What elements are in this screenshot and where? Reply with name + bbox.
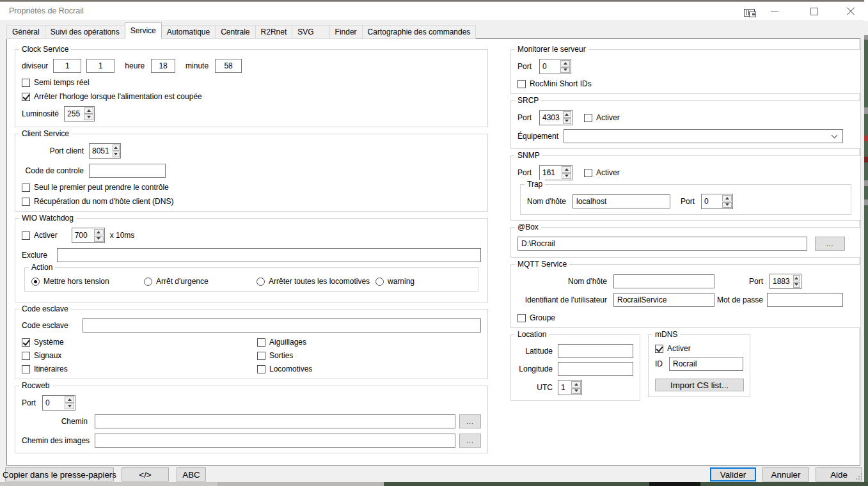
checkbox-box[interactable]: [22, 352, 30, 360]
luminosite-spinner[interactable]: 255: [64, 106, 95, 122]
checkbox-box[interactable]: [22, 338, 30, 347]
spin-up-button[interactable]: [84, 107, 93, 114]
locomotives-checkbox[interactable]: Locomotives: [257, 364, 312, 373]
radio-arreter-locomotives[interactable]: Arrêter toutes les locomotives: [256, 277, 375, 286]
annuler-button[interactable]: Annuler: [762, 467, 809, 482]
spin-down-button[interactable]: [94, 236, 104, 242]
groupe-checkbox[interactable]: Groupe: [517, 313, 854, 322]
valider-button[interactable]: Valider: [710, 467, 756, 482]
mqtt-host-field[interactable]: [613, 274, 714, 288]
snmp-port-spinner[interactable]: 161: [539, 165, 572, 180]
exclure-field[interactable]: [57, 248, 481, 262]
spin-down-button[interactable]: [65, 404, 74, 410]
spin-up-button[interactable]: [65, 396, 74, 403]
rocmini-checkbox[interactable]: RocMini Short IDs: [517, 79, 854, 88]
diviseur-field-2[interactable]: 1: [86, 59, 114, 73]
checkbox-box[interactable]: [22, 79, 30, 87]
srcp-port-spinner[interactable]: 4303: [539, 110, 572, 125]
checkbox-box[interactable]: [22, 198, 30, 206]
close-button[interactable]: [841, 6, 860, 17]
checkbox-box[interactable]: [584, 169, 592, 177]
mqtt-user-field[interactable]: RocrailService: [613, 293, 714, 307]
seul-premier-checkbox[interactable]: Seul le premier peut prendre le contrôle: [22, 183, 481, 192]
spin-up-button[interactable]: [94, 229, 104, 235]
code-controle-field[interactable]: [89, 164, 166, 178]
mqtt-port-spinner[interactable]: 1883: [769, 274, 801, 289]
checkbox-box[interactable]: [257, 365, 265, 373]
trap-port-spinner[interactable]: 0: [701, 194, 733, 209]
spin-up-button[interactable]: [563, 111, 571, 118]
checkbox-box[interactable]: [22, 365, 30, 373]
port-client-spinner[interactable]: 8051: [89, 143, 121, 159]
radio-circle[interactable]: [375, 278, 384, 286]
checkbox-box[interactable]: [22, 231, 30, 240]
tab-suivi-des-operations[interactable]: Suivi des opérations: [45, 25, 125, 39]
tab-svg[interactable]: SVG: [292, 25, 329, 39]
equipement-dropdown[interactable]: [564, 129, 843, 143]
radio-mettre-hors-tension[interactable]: Mettre hors tension: [31, 277, 144, 286]
trap-host-field[interactable]: localhost: [572, 194, 670, 208]
spin-up-button[interactable]: [571, 381, 581, 388]
spin-down-button[interactable]: [571, 388, 581, 395]
spin-up-button[interactable]: [560, 60, 570, 67]
sorties-checkbox[interactable]: Sorties: [257, 351, 293, 360]
atbox-browse-button[interactable]: ...: [815, 237, 845, 251]
checkbox-box[interactable]: [22, 184, 30, 192]
import-cs-list-button[interactable]: Import CS list...: [655, 379, 744, 391]
mqtt-pass-field[interactable]: [767, 293, 843, 307]
diviseur-field-1[interactable]: 1: [53, 59, 81, 73]
code-view-button[interactable]: </>: [122, 467, 169, 482]
tab-finder[interactable]: Finder: [329, 25, 363, 39]
tab-service[interactable]: Service: [125, 22, 162, 39]
dns-checkbox[interactable]: Récupération du nom d'hôte client (DNS): [22, 197, 481, 206]
signaux-checkbox[interactable]: Signaux: [22, 351, 257, 360]
spin-down-button[interactable]: [562, 173, 571, 180]
chemin-images-field[interactable]: [95, 434, 455, 448]
checkbox-box[interactable]: [517, 314, 526, 322]
spin-down-button[interactable]: [793, 282, 800, 288]
systeme-checkbox[interactable]: Système: [22, 338, 257, 347]
chemin-browse-button[interactable]: ...: [459, 414, 481, 428]
radio-warning[interactable]: warning: [375, 277, 414, 286]
radio-circle[interactable]: [144, 278, 152, 286]
aiguillages-checkbox[interactable]: Aiguillages: [257, 338, 306, 347]
checkbox-box[interactable]: [584, 114, 592, 122]
code-esclave-field[interactable]: [83, 318, 481, 333]
copy-clipboard-button[interactable]: Copier dans le presse-papiers: [5, 467, 114, 482]
tab-centrale[interactable]: Centrale: [215, 25, 255, 39]
monitor-port-spinner[interactable]: 0: [539, 59, 571, 74]
checkbox-box[interactable]: [257, 352, 265, 360]
watchdog-spinner[interactable]: 700: [72, 228, 105, 243]
rocweb-port-spinner[interactable]: 0: [42, 395, 75, 411]
tab-r2rnet[interactable]: R2Rnet: [255, 25, 293, 39]
checkbox-box[interactable]: [22, 93, 30, 101]
radio-arret-urgence[interactable]: Arrêt d'urgence: [144, 277, 256, 286]
utc-spinner[interactable]: 1: [558, 380, 582, 395]
snmp-activer-checkbox[interactable]: Activer: [584, 168, 620, 177]
checkbox-box[interactable]: [655, 345, 663, 353]
longitude-field[interactable]: [558, 362, 633, 376]
checkbox-box[interactable]: [257, 338, 265, 347]
semi-temps-reel-checkbox[interactable]: Semi temps réel: [22, 78, 481, 87]
spin-up-button[interactable]: [562, 166, 571, 173]
mdns-activer-checkbox[interactable]: Activer: [655, 344, 743, 353]
heure-field[interactable]: 18: [151, 59, 175, 73]
arreter-horloge-checkbox[interactable]: Arrêter l'horloge lorsque l'alimentation…: [22, 92, 481, 101]
resize-grip[interactable]: [856, 473, 862, 480]
itineraires-checkbox[interactable]: Itinéraires: [22, 364, 257, 373]
maximize-button[interactable]: [805, 6, 824, 17]
spin-up-button[interactable]: [113, 145, 120, 151]
chemin-images-browse-button[interactable]: ...: [459, 434, 481, 448]
spin-down-button[interactable]: [722, 202, 732, 208]
srcp-activer-checkbox[interactable]: Activer: [584, 113, 620, 122]
tab-automatique[interactable]: Automatique: [161, 25, 216, 39]
spin-down-button[interactable]: [113, 152, 120, 158]
chemin-field[interactable]: [95, 414, 455, 428]
atbox-path-field[interactable]: D:\Rocrail: [517, 237, 807, 251]
checkbox-box[interactable]: [517, 80, 526, 88]
radio-circle[interactable]: [31, 278, 40, 286]
tab-cartographie-des-commandes[interactable]: Cartographie des commandes: [362, 25, 477, 39]
abc-button[interactable]: ABC: [177, 467, 206, 482]
wio-activer-checkbox[interactable]: Activer: [22, 231, 58, 240]
spin-down-button[interactable]: [563, 118, 571, 125]
